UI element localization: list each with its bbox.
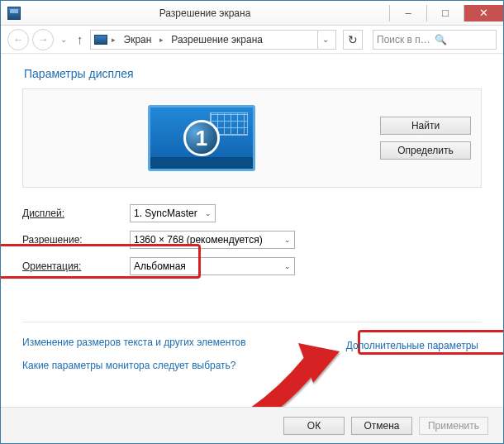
advanced-settings-link[interactable]: Дополнительные параметры — [346, 340, 478, 351]
recent-locations-button[interactable]: ⌄ — [57, 35, 70, 44]
maximize-button[interactable]: □ — [426, 5, 464, 21]
search-input[interactable]: Поиск в панели у... 🔍 — [373, 30, 497, 50]
search-placeholder: Поиск в панели у... — [377, 34, 435, 45]
forward-button[interactable]: → — [32, 29, 54, 50]
up-button[interactable]: ↑ — [74, 32, 87, 46]
breadcrumb-leaf[interactable]: Разрешение экрана — [168, 34, 266, 45]
address-bar[interactable]: ▸ Экран ▸ Разрешение экрана ⌄ — [90, 30, 337, 50]
display-preview-box: 1 Найти Определить — [22, 88, 482, 188]
orientation-select[interactable]: Альбомная⌄ — [130, 257, 295, 275]
display-label: Дисплей: — [22, 208, 130, 219]
back-button[interactable]: ← — [7, 29, 29, 50]
find-button[interactable]: Найти — [380, 117, 471, 135]
separator — [22, 322, 482, 322]
minimize-button[interactable]: – — [389, 5, 426, 21]
cancel-button[interactable]: Отмена — [351, 417, 412, 435]
arrow-right-icon: → — [38, 33, 49, 45]
identify-button[interactable]: Определить — [380, 141, 471, 160]
navigation-bar: ← → ⌄ ↑ ▸ Экран ▸ Разрешение экрана ⌄ ↻ … — [1, 26, 503, 54]
titlebar: Разрешение экрана – □ ✕ — [1, 1, 503, 26]
text-size-link[interactable]: Изменение размеров текста и других элеме… — [22, 337, 246, 348]
breadcrumb-chevron-icon: ▸ — [109, 36, 119, 44]
refresh-icon: ↻ — [348, 33, 358, 46]
which-monitor-link[interactable]: Какие параметры монитора следует выбрать… — [22, 360, 236, 371]
app-icon — [7, 7, 21, 20]
address-dropdown-button[interactable]: ⌄ — [317, 31, 332, 49]
preview-side-buttons: Найти Определить — [380, 117, 471, 160]
window-title: Разрешение экрана — [21, 7, 389, 19]
monitor-dots-icon — [227, 162, 246, 166]
monitor-thumbnail[interactable]: 1 — [148, 105, 255, 171]
monitor-number-badge: 1 — [183, 120, 220, 156]
breadcrumb-root[interactable]: Экран — [121, 34, 155, 45]
display-select[interactable]: 1. SyncMaster⌄ — [130, 204, 216, 222]
monitor-icon — [94, 35, 107, 45]
chevron-down-icon: ⌄ — [60, 35, 67, 44]
window-controls: – □ ✕ — [389, 5, 503, 21]
search-icon: 🔍 — [435, 34, 492, 45]
orientation-label: Ориентация: — [22, 260, 130, 272]
arrow-up-icon: ↑ — [77, 32, 83, 46]
dialog-footer: ОК Отмена Применить — [1, 407, 503, 443]
refresh-button[interactable]: ↻ — [343, 30, 363, 50]
page-heading: Параметры дисплея — [24, 67, 482, 80]
window: Разрешение экрана – □ ✕ ← → ⌄ ↑ ▸ Экран … — [0, 0, 504, 444]
chevron-down-icon: ⌄ — [200, 209, 212, 217]
close-button[interactable]: ✕ — [464, 5, 503, 21]
apply-button: Применить — [419, 417, 488, 435]
content-area: Параметры дисплея 1 Найти Определить — [1, 54, 503, 407]
ok-button[interactable]: ОК — [283, 417, 345, 435]
breadcrumb-chevron-icon: ▸ — [156, 36, 166, 44]
chevron-down-icon: ⌄ — [279, 262, 291, 270]
chevron-down-icon: ⌄ — [279, 236, 291, 244]
arrow-left-icon: ← — [13, 33, 24, 45]
resolution-label: Разрешение: — [22, 234, 130, 246]
resolution-select[interactable]: 1360 × 768 (рекомендуется)⌄ — [130, 231, 295, 249]
